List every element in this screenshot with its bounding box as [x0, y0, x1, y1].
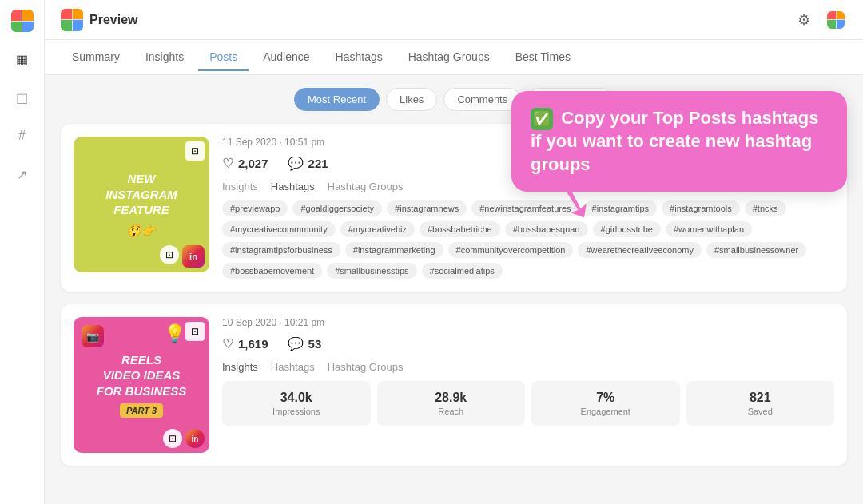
- post-comments-1: 💬 221: [288, 156, 328, 171]
- hashtag-chip[interactable]: #goaldiggersociety: [292, 200, 382, 216]
- post-comments-2: 💬 53: [288, 336, 322, 351]
- main-area: Preview ⚙ Summary Insights Posts Audienc…: [45, 0, 863, 504]
- app-name: Preview: [89, 13, 137, 27]
- hashtag-chip[interactable]: #bossbabetriche: [420, 221, 500, 237]
- callout: ✅ Copy your Top Posts hashtags if you wa…: [511, 91, 847, 192]
- topbar: Preview ⚙: [45, 0, 863, 40]
- topbar-logo-icon: [61, 9, 83, 31]
- tab-hashtag-groups[interactable]: Hashtag Groups: [397, 44, 501, 71]
- sidebar: ▦ ◫ # ↗: [0, 0, 45, 504]
- copy-post-icon[interactable]: ⊡: [160, 245, 179, 264]
- hashtag-chip[interactable]: #smallbusinesstips: [327, 263, 416, 279]
- post-subtab-hashtags-1[interactable]: Hashtags: [271, 181, 315, 192]
- insight-engagement-value: 7%: [539, 391, 672, 405]
- post-subtab-hashtags-2[interactable]: Hashtags: [271, 361, 315, 373]
- hashtag-chip[interactable]: #girlbosstribe: [593, 221, 661, 237]
- sidebar-icon-calendar[interactable]: ◫: [11, 86, 34, 109]
- post-sub-tabs-2: Insights Hashtags Hashtag Groups: [222, 361, 834, 373]
- sidebar-icon-chart[interactable]: ↗: [11, 163, 34, 185]
- insight-reach-value: 28.9k: [385, 391, 518, 405]
- tab-best-times[interactable]: Best Times: [504, 44, 582, 71]
- tab-audience[interactable]: Audience: [252, 44, 320, 71]
- hashtag-chip[interactable]: #instagrammarketing: [345, 242, 443, 258]
- insight-reach: 28.9k Reach: [377, 381, 526, 426]
- gear-icon[interactable]: ⚙: [793, 9, 815, 31]
- heart-icon-1: ♡: [222, 156, 233, 171]
- post-thumb-icons-1: ⊡ in: [160, 245, 205, 268]
- post-thumb-icons-2: ⊡ in: [163, 429, 205, 448]
- copy-icon-2[interactable]: ⊡: [185, 322, 205, 341]
- insight-saved-value: 821: [694, 391, 827, 405]
- hashtag-chip[interactable]: #mycreativecommmunity: [222, 221, 336, 237]
- tab-hashtags[interactable]: Hashtags: [324, 44, 394, 71]
- post-likes-1: ♡ 2,027: [222, 156, 268, 171]
- pill-comments[interactable]: Comments: [443, 88, 521, 111]
- bulb-emoji: 💡: [164, 323, 185, 344]
- copy-post-icon-2[interactable]: ⊡: [163, 429, 182, 448]
- sidebar-icon-hashtag[interactable]: #: [11, 125, 34, 147]
- post-meta-2: 10 Sep 2020 · 10:21 pm ♡ 1,619 💬 53 Insi…: [222, 317, 834, 453]
- insight-engagement-label: Engagement: [539, 407, 672, 416]
- callout-text: ✅ Copy your Top Posts hashtags if you wa…: [531, 107, 828, 176]
- comment-icon-2: 💬: [288, 336, 304, 351]
- post-subtab-insights-2[interactable]: Insights: [222, 361, 258, 373]
- insight-engagement: 7% Engagement: [531, 381, 680, 426]
- post-likes-2: ♡ 1,619: [222, 336, 268, 351]
- topbar-actions: ⚙: [793, 9, 847, 31]
- sidebar-icon-grid[interactable]: ▦: [11, 48, 34, 70]
- hashtag-chip[interactable]: #tncks: [745, 200, 786, 216]
- ig-logo-2: 📷: [82, 325, 104, 347]
- hashtag-chip[interactable]: #bossbabemovement: [222, 263, 322, 279]
- post-thumb-top-2: ⊡: [185, 322, 205, 341]
- nav-tabs: Summary Insights Posts Audience Hashtags…: [45, 40, 863, 75]
- insights-row-2: 34.0k Impressions 28.9k Reach 7% Engagem…: [222, 381, 834, 426]
- tab-insights[interactable]: Insights: [134, 44, 195, 71]
- post-thumb-top-1: ⊡: [185, 141, 205, 161]
- tab-summary[interactable]: Summary: [61, 44, 131, 71]
- hashtag-chip[interactable]: #socialmediatips: [422, 263, 503, 279]
- post-card-2: ⊡ 📷 💡 REELS VIDEO IDEAS FOR BUSINESS PAR…: [61, 304, 847, 466]
- post-date-2: 10 Sep 2020 · 10:21 pm: [222, 317, 834, 328]
- instagram-icon-2[interactable]: in: [185, 429, 205, 448]
- post-subtab-hashtag-groups-2[interactable]: Hashtag Groups: [328, 361, 404, 373]
- post-thumbnail-1[interactable]: ⊡ NEW INSTAGRAM FEATURE 😲👉 ⊡ in: [74, 137, 209, 272]
- tab-posts[interactable]: Posts: [198, 44, 249, 71]
- comment-icon-1: 💬: [288, 156, 304, 171]
- hashtag-chip[interactable]: #communityovercompetition: [448, 242, 574, 258]
- grid-apps-icon[interactable]: [825, 9, 847, 31]
- hashtag-chip[interactable]: #womenwithaplan: [666, 221, 752, 237]
- pill-likes[interactable]: Likes: [386, 88, 437, 111]
- copy-icon-1[interactable]: ⊡: [185, 141, 205, 161]
- post-subtab-hashtag-groups-1[interactable]: Hashtag Groups: [328, 181, 404, 192]
- hashtag-chips-1: #previewapp #goaldiggersociety #instagra…: [222, 200, 834, 279]
- heart-icon-2: ♡: [222, 336, 233, 351]
- insight-impressions: 34.0k Impressions: [222, 381, 371, 426]
- callout-emoji: ✅: [531, 108, 553, 130]
- post-stats-2: ♡ 1,619 💬 53: [222, 336, 834, 351]
- instagram-icon[interactable]: in: [182, 245, 205, 268]
- insight-saved: 821 Saved: [686, 381, 835, 426]
- hashtag-chip[interactable]: #mycreativebiz: [340, 221, 415, 237]
- insight-reach-label: Reach: [385, 407, 518, 416]
- post-subtab-insights-1[interactable]: Insights: [222, 181, 258, 192]
- hashtag-chip[interactable]: #instagramnews: [387, 200, 467, 216]
- pill-most-recent[interactable]: Most Recent: [294, 88, 380, 111]
- insight-impressions-label: Impressions: [230, 407, 363, 416]
- hashtag-chip[interactable]: #wearethecreativeeconomy: [578, 242, 702, 258]
- post-thumbnail-2[interactable]: ⊡ 📷 💡 REELS VIDEO IDEAS FOR BUSINESS PAR…: [74, 317, 209, 453]
- hashtag-chip[interactable]: #instagramtipsforbusiness: [222, 242, 340, 258]
- hashtag-chip[interactable]: #previewapp: [222, 200, 288, 216]
- hashtag-chip[interactable]: #instagramtools: [662, 200, 740, 216]
- insight-impressions-value: 34.0k: [230, 391, 363, 405]
- post-thumb-text-2: REELS VIDEO IDEAS FOR BUSINESS PART 3: [90, 346, 193, 425]
- post-thumb-text-1: NEW INSTAGRAM FEATURE 😲👉: [99, 165, 184, 244]
- hashtag-chip[interactable]: #smallbusinessowner: [706, 242, 806, 258]
- sidebar-logo[interactable]: [11, 10, 34, 32]
- insight-saved-label: Saved: [694, 407, 827, 416]
- content-area: Most Recent Likes Comments Engagement ⊡ …: [45, 75, 863, 504]
- app-logo: Preview: [61, 9, 137, 31]
